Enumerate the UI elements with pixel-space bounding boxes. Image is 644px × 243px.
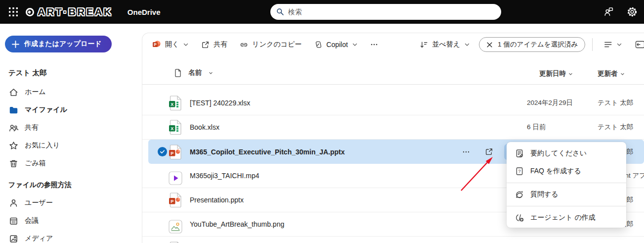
search-bar[interactable]	[270, 4, 501, 20]
share-label: 共有	[214, 40, 227, 49]
sidebar-item-shared[interactable]: 共有	[0, 119, 142, 137]
sidebar-item-label: 共有	[25, 123, 39, 132]
menu-item-ask-question[interactable]: 質問する	[507, 186, 626, 203]
summarize-icon	[515, 149, 524, 158]
image-file-icon	[169, 220, 182, 234]
file-modified: 6 日前	[527, 123, 596, 132]
chevron-down-icon	[464, 42, 470, 48]
sidebar-nav: ホーム マイファイル 共有	[0, 83, 142, 243]
star-icon	[8, 141, 18, 150]
document-icon	[174, 69, 181, 77]
create-or-upload-button[interactable]: 作成またはアップロード	[5, 36, 112, 52]
row-more-icon[interactable]	[459, 145, 473, 159]
details-pane-icon[interactable]	[631, 37, 644, 52]
share-button[interactable]: 共有	[197, 37, 231, 52]
sidebar-item-recycle-bin[interactable]: ごみ箱	[0, 154, 142, 172]
person-icon	[8, 198, 18, 208]
copilot-outline-icon	[314, 41, 322, 49]
file-row[interactable]: X [TEST] 240229.xlsx 2024年2月29日 テスト 太郎	[142, 91, 644, 115]
sidebar-item-my-files[interactable]: マイファイル	[0, 101, 142, 119]
calendar-icon	[8, 216, 18, 226]
file-modified: 2024年2月29日	[527, 98, 596, 107]
menu-item-label: FAQ を作成する	[530, 167, 581, 176]
faq-document-icon: ?	[515, 167, 524, 176]
column-label: 更新者	[598, 69, 618, 78]
file-modified-by: テスト 太郎	[598, 98, 633, 107]
sidebar-item-label: お気に入り	[25, 141, 60, 150]
chevron-down-icon	[352, 42, 358, 48]
column-label: 更新日時	[539, 69, 566, 78]
sidebar-item-people-browse[interactable]: ユーザー	[0, 194, 142, 212]
svg-text:X: X	[171, 102, 173, 107]
logo-text: ART·BREAK	[38, 6, 113, 18]
sidebar-item-media[interactable]: メディア	[0, 230, 142, 243]
column-header-modified-by[interactable]: 更新者	[598, 69, 625, 78]
column-header-name[interactable]: 名前	[174, 68, 213, 77]
file-list-header: 名前 更新日時 更新者	[142, 62, 644, 85]
menu-divider	[507, 206, 626, 206]
column-header-modified[interactable]: 更新日時	[539, 69, 573, 78]
toolbar-divider	[592, 38, 593, 51]
file-row[interactable]	[142, 237, 644, 243]
menu-item-create-agent[interactable]: エージェント の作成	[507, 209, 626, 227]
sort-icon	[420, 41, 428, 49]
menu-item-label: 要約してください	[530, 149, 587, 158]
selection-count-label: 1 個のアイテムを選択済み	[498, 40, 578, 49]
copilot-context-menu: 要約してください ? FAQ を作成する 質問する	[507, 142, 626, 228]
selected-check-icon[interactable]	[158, 147, 167, 156]
copy-link-button[interactable]: リンクのコピー	[236, 37, 305, 52]
share-icon	[201, 41, 210, 49]
svg-text:P: P	[171, 150, 173, 155]
sidebar-item-label: ごみ箱	[25, 159, 46, 168]
copy-link-label: リンクのコピー	[252, 40, 301, 49]
excel-file-icon: X	[169, 95, 182, 111]
svg-text:?: ?	[518, 169, 520, 174]
search-input[interactable]	[288, 8, 495, 16]
artbreak-logo[interactable]: ART·BREAK	[26, 6, 113, 18]
file-name: Book.xlsx	[190, 123, 219, 131]
selection-count-pill[interactable]: 1 個のアイテムを選択済み	[479, 37, 585, 52]
app-launcher-icon[interactable]	[5, 3, 22, 20]
sort-button[interactable]: 並べ替え	[416, 37, 474, 52]
settings-gear-icon[interactable]	[627, 6, 638, 17]
sidebar-item-meetings[interactable]: 会議	[0, 212, 142, 230]
svg-text:P: P	[171, 199, 173, 204]
excel-file-icon: X	[169, 119, 182, 135]
chevron-down-icon	[209, 71, 213, 75]
sidebar-item-label: ユーザー	[25, 198, 53, 207]
chevron-down-icon	[616, 42, 622, 48]
row-share-icon[interactable]	[481, 145, 496, 159]
sidebar-item-home[interactable]: ホーム	[0, 83, 142, 101]
sidebar-section-title: ファイルの参照方法	[0, 176, 142, 194]
folder-icon	[8, 105, 18, 115]
people-icon	[8, 123, 18, 133]
sidebar-item-label: マイファイル	[25, 105, 67, 114]
feedback-icon[interactable]	[603, 7, 614, 17]
chevron-down-icon	[183, 42, 189, 48]
agent-add-icon	[515, 213, 524, 222]
product-name: OneDrive	[128, 8, 161, 16]
open-button[interactable]: P 開く	[148, 37, 193, 52]
powerpoint-mini-icon: P	[152, 40, 161, 49]
file-row[interactable]: X Book.xlsx 6 日前 テスト 太郎	[142, 115, 644, 140]
view-options-button[interactable]	[600, 37, 626, 52]
copilot-menu-button[interactable]: Copilot	[310, 38, 362, 52]
top-app-bar: ART·BREAK OneDrive	[0, 0, 644, 24]
more-commands-button[interactable]	[366, 38, 382, 51]
file-name: M365_Copilot_Executive_Pitch_30min_JA.pp…	[190, 148, 345, 156]
file-name: M365oji3_TAICHI.mp4	[190, 172, 259, 180]
copilot-label: Copilot	[326, 41, 348, 49]
media-icon	[8, 234, 18, 243]
file-name: YouTube_ArtBreak_thumb.png	[190, 220, 284, 228]
sidebar-item-label: 会議	[25, 216, 39, 225]
sidebar-item-label: メディア	[25, 234, 53, 243]
sidebar-user-name: テスト 太郎	[8, 68, 47, 78]
svg-text:X: X	[171, 126, 173, 131]
sidebar-item-favorites[interactable]: お気に入り	[0, 137, 142, 154]
chevron-down-icon	[620, 72, 625, 76]
menu-item-create-faq[interactable]: ? FAQ を作成する	[507, 162, 626, 180]
dismiss-selection-icon[interactable]	[486, 42, 493, 48]
menu-item-summarize[interactable]: 要約してください	[507, 145, 626, 162]
chevron-down-icon	[568, 72, 573, 76]
more-ellipsis-icon	[370, 41, 378, 49]
